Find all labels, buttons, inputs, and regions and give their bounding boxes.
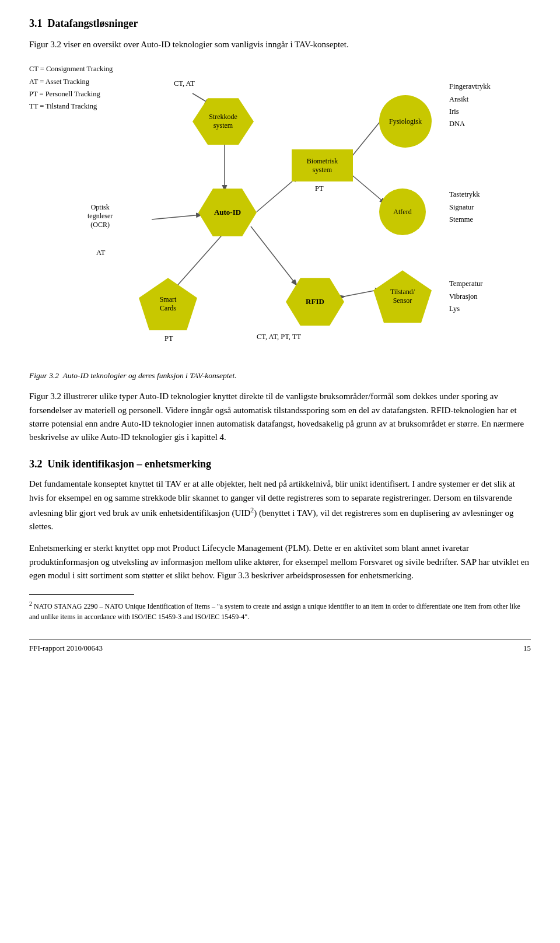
biometrisk-node: Biometrisk system	[292, 149, 353, 181]
label-ansikt: Ansikt	[449, 93, 531, 106]
rfid-node: RFID	[286, 278, 344, 326]
right-labels-mid: Tastetrykk Signatur Stemme	[449, 188, 531, 226]
fysiologisk-node: Fysiologisk	[379, 95, 432, 148]
label-tastetrykk: Tastetrykk	[449, 188, 531, 201]
section2-title: 3.2 Unik identifikasjon – enhetsmerking	[29, 458, 531, 470]
label-lys: Lys	[449, 303, 531, 315]
footer: FFI-rapport 2010/00643 15	[29, 640, 531, 653]
svg-line-2	[257, 177, 298, 212]
svg-line-7	[251, 226, 296, 285]
section-title: 3.1 Datafangstløsninger	[29, 18, 531, 30]
footer-left: FFI-rapport 2010/00643	[29, 644, 103, 653]
svg-line-6	[174, 232, 225, 289]
legend-item-2: AT = Asset Tracking	[29, 76, 146, 88]
label-dna: DNA	[449, 118, 531, 130]
svg-line-5	[152, 215, 201, 219]
label-temperatur: Temperatur	[449, 278, 531, 290]
legend-item-3: PT = Personell Tracking	[29, 88, 146, 100]
smart-cards-node: Smart Cards	[139, 278, 197, 330]
auto-id-node: Auto-ID	[198, 188, 257, 236]
page-content: 3.1 Datafangstløsninger Figur 3.2 viser …	[29, 18, 531, 653]
label-fingeravtrykk: Fingeravtrykk	[449, 81, 531, 93]
figure-container: CT = Consignment Tracking AT = Asset Tra…	[29, 63, 531, 380]
legend-item-4: TT = Tilstand Tracking	[29, 100, 146, 113]
ct-at-pt-tt-label: CT, AT, PT, TT	[257, 333, 301, 341]
paragraph-2: Det fundamentale konseptet knyttet til T…	[29, 477, 531, 533]
paragraph-1: Figur 3.2 illustrerer ulike typer Auto-I…	[29, 390, 531, 444]
at-label: AT	[96, 249, 105, 257]
label-iris: Iris	[449, 106, 531, 118]
footer-right: 15	[523, 644, 531, 653]
footnote-text: 2 NATO STANAG 2290 – NATO Unique Identif…	[29, 599, 531, 622]
paragraph-3: Enhetsmerking er sterkt knyttet opp mot …	[29, 542, 531, 582]
right-labels-bottom: Temperatur Vibrasjon Lys	[449, 278, 531, 315]
diagram-area: CT = Consignment Tracking AT = Asset Tra…	[29, 63, 531, 366]
figure-caption: Figur 3.2 Auto-ID teknologier og deres f…	[29, 371, 531, 380]
atferd-node: Atferd	[379, 188, 426, 235]
right-labels-top: Fingeravtrykk Ansikt Iris DNA	[449, 81, 531, 130]
strekkode-node: Strekkode system	[192, 98, 254, 145]
footnote-superscript: 2	[29, 600, 32, 607]
pt-label: PT	[315, 184, 324, 193]
label-signatur: Signatur	[449, 201, 531, 214]
figure-ref-paragraph: Figur 3.2 viser en oversikt over Auto-ID…	[29, 38, 531, 51]
superscript-2: 2	[250, 506, 254, 514]
pt-label2: PT	[164, 334, 173, 343]
ct-at-label: CT, AT	[174, 79, 195, 88]
tilstand-node: Tilstand/ Sensor	[373, 270, 432, 323]
legend-box: CT = Consignment Tracking AT = Asset Tra…	[29, 63, 146, 113]
optisk-label: Optisk tegnleser (OCR)	[88, 203, 113, 229]
legend-item-1: CT = Consignment Tracking	[29, 63, 146, 75]
label-stemme: Stemme	[449, 214, 531, 226]
label-vibrasjon: Vibrasjon	[449, 291, 531, 303]
footnote-divider	[29, 594, 134, 595]
